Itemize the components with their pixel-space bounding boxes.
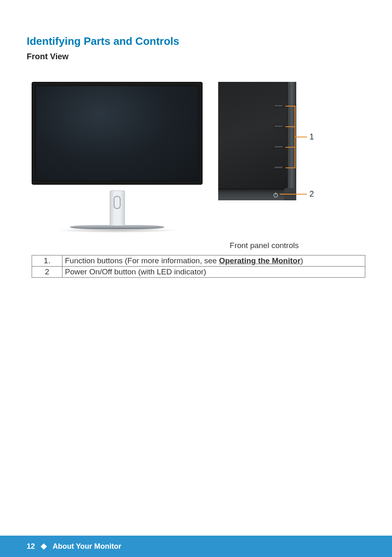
parts-table: 1. Function buttons (For more informatio… [32, 255, 365, 278]
page-number: 12 [27, 542, 35, 551]
monitor-stand-neck [110, 190, 125, 226]
callout-line [295, 137, 307, 137]
footer-section-title: About Your Monitor [53, 542, 121, 551]
desc-suffix: ) [300, 256, 303, 265]
table-cell-description: Power On/Off button (with LED indicator) [62, 267, 365, 278]
power-icon [273, 192, 279, 198]
page-footer: 12 About Your Monitor [0, 536, 392, 557]
section-heading: Identifying Parts and Controls [27, 35, 365, 48]
monitor-bezel [32, 82, 203, 185]
table-row: 2 Power On/Off button (with LED indicato… [32, 267, 365, 278]
diamond-bullet-icon [41, 543, 47, 550]
table-cell-number: 2 [32, 267, 62, 278]
figure-caption: Front panel controls [219, 241, 309, 250]
function-button-icon [274, 146, 283, 149]
monitor-shadow [55, 228, 179, 233]
table-cell-description: Function buttons (For more information, … [62, 255, 365, 267]
desc-prefix: Function buttons (For more information, … [65, 256, 219, 265]
function-button-icon [274, 125, 283, 128]
front-panel-closeup: 1 2 [218, 82, 329, 200]
table-row: 1. Function buttons (For more informatio… [32, 255, 365, 267]
function-button-icon [274, 104, 283, 107]
callout-label-2: 2 [309, 189, 314, 199]
table-cell-number: 1. [32, 255, 62, 267]
callout-label-1: 1 [309, 132, 314, 142]
operating-the-monitor-link[interactable]: Operating the Monitor [219, 256, 300, 265]
monitor-front-illustration: DELL [32, 82, 203, 233]
figure-row: DELL [32, 82, 365, 233]
function-button-icon [274, 166, 283, 169]
monitor-screen [35, 86, 199, 181]
subheading-front-view: Front View [27, 52, 365, 61]
